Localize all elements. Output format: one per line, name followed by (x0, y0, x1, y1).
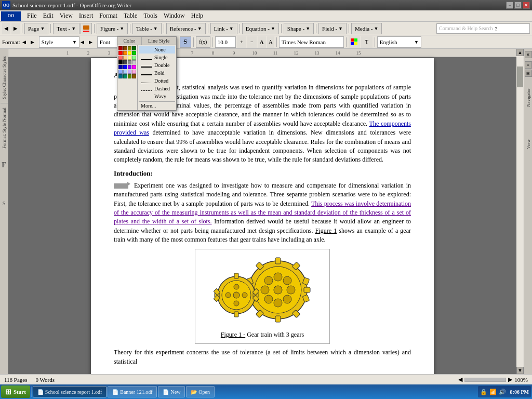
color-cell[interactable] (128, 70, 132, 74)
help-search[interactable]: Command & Help Search ? (436, 23, 530, 34)
line-bold-item[interactable]: Bold (139, 69, 175, 77)
color-cell[interactable] (123, 65, 127, 69)
sidebar-icon-1[interactable]: ≡ (525, 61, 532, 69)
color-cell[interactable] (118, 74, 123, 78)
color-cell[interactable] (118, 56, 123, 60)
font-forward[interactable]: ▶ (89, 36, 96, 48)
color-cell[interactable] (123, 46, 127, 50)
menu-view[interactable]: View (57, 11, 76, 21)
color-grid-icon[interactable] (349, 36, 360, 48)
scroll-down-button[interactable]: ▼ (516, 367, 524, 374)
vertical-scrollbar[interactable]: ▲ ▼ (516, 49, 524, 374)
language-dropdown[interactable]: English▼ (377, 36, 421, 48)
insert-field-btn[interactable]: Field -▼ (318, 23, 347, 34)
color-cell[interactable] (132, 70, 136, 74)
app-menu-logo[interactable]: OO (1, 11, 21, 21)
style-dropdown[interactable]: Style▼ (39, 36, 79, 48)
scroll-up-button[interactable]: ▲ (516, 49, 524, 56)
navigator-label[interactable]: Navigator (526, 88, 531, 107)
color-cell[interactable] (132, 46, 136, 50)
zoom-in-button[interactable]: ▶ (508, 376, 512, 383)
color-cell[interactable] (123, 60, 127, 64)
color-cell[interactable] (123, 70, 127, 74)
size-increase-button[interactable]: + (237, 36, 246, 48)
color-cell[interactable] (118, 70, 123, 74)
menu-format[interactable]: Format (96, 11, 121, 21)
taskbar-open[interactable]: 📂 Open (186, 386, 215, 397)
menu-window[interactable]: Window (161, 11, 188, 21)
sidebar-f-icon[interactable]: F (2, 161, 6, 169)
style-forward[interactable]: ▶ (31, 36, 38, 48)
line-more-item[interactable]: More... (139, 101, 175, 110)
color-cell[interactable] (118, 51, 123, 55)
font-size-a-small[interactable]: A (267, 36, 274, 48)
insert-reference-btn[interactable]: Reference -▼ (166, 23, 206, 34)
close-button[interactable]: ✕ (523, 2, 530, 9)
insert-link-btn[interactable]: Link -▼ (210, 23, 237, 34)
strikethrough-button[interactable]: S (180, 36, 191, 48)
color-cell[interactable] (132, 65, 136, 69)
maximize-button[interactable]: □ (514, 2, 522, 9)
size-decrease-button[interactable]: − (247, 36, 257, 48)
minimize-button[interactable]: − (506, 2, 513, 9)
menu-tools[interactable]: Tools (140, 11, 161, 21)
color-cell[interactable] (118, 60, 123, 64)
sidebar-close-icon[interactable]: ✕ (525, 51, 532, 58)
color-cell[interactable] (118, 46, 123, 50)
color-cell[interactable] (128, 74, 132, 78)
start-button[interactable]: ⊞ Start (1, 385, 30, 398)
color-cell[interactable] (128, 56, 132, 60)
forward-button[interactable]: ▶ (11, 23, 20, 34)
font-back[interactable]: ◀ (81, 36, 88, 48)
line-dotted-item[interactable]: Dotted (139, 77, 175, 85)
line-none-item[interactable]: None (139, 46, 175, 54)
color-cell[interactable] (123, 56, 127, 60)
menu-edit[interactable]: Edit (40, 11, 57, 21)
figure1-ref[interactable]: Figure 1 (315, 227, 337, 234)
color-cell[interactable] (128, 60, 132, 64)
color-cell[interactable] (132, 74, 136, 78)
insert-page-btn[interactable]: Page▼ (24, 23, 48, 34)
insert-media-btn[interactable]: Media -▼ (351, 23, 382, 34)
line-double-item[interactable]: Double (139, 61, 175, 69)
menu-insert[interactable]: Insert (76, 11, 96, 21)
zoom-out-button[interactable]: ◀ (458, 376, 462, 383)
menu-help[interactable]: Help (188, 11, 206, 21)
menu-file[interactable]: File (24, 11, 40, 21)
scroll-thumb[interactable] (517, 66, 523, 87)
style-back[interactable]: ◀ (22, 36, 30, 48)
color-cell[interactable] (128, 51, 132, 55)
zoom-slider[interactable] (464, 378, 506, 382)
text-color-icon[interactable] (81, 23, 92, 34)
format-style-label[interactable]: Format: Style Normal (2, 105, 7, 151)
insert-text-btn[interactable]: Text -▼ (53, 23, 79, 34)
sidebar-s-icon[interactable]: S (3, 201, 6, 206)
color-cell[interactable] (123, 74, 127, 78)
font-size-input[interactable]: 10.0 (215, 36, 236, 48)
back-button[interactable]: ◀ (2, 23, 10, 34)
color-cell[interactable] (118, 65, 123, 69)
insert-figure-btn[interactable]: Figure -▼ (97, 23, 128, 34)
color-cell[interactable] (132, 56, 136, 60)
insert-shape-btn[interactable]: Shape -▼ (284, 23, 314, 34)
font-size-a-big[interactable]: A (258, 36, 266, 48)
menu-table[interactable]: Table (121, 11, 140, 21)
insert-equation-btn[interactable]: Equation -▼ (242, 23, 279, 34)
scroll-track[interactable] (516, 56, 524, 367)
color-cell[interactable] (128, 65, 132, 69)
sidebar-icon-2[interactable]: ⊞ (525, 70, 532, 77)
character-styles-label[interactable]: Style: Character Styles (2, 54, 7, 101)
font-name-display[interactable]: Times New Roman (279, 36, 344, 48)
line-wavy-item[interactable]: Wavy (139, 92, 175, 100)
formula-button[interactable]: f(x) (196, 36, 210, 48)
color-cell[interactable] (132, 60, 136, 64)
taskbar-doc2[interactable]: 📄 Banner 121.odf (108, 386, 157, 397)
line-dashed-item[interactable]: Dashed (139, 85, 175, 92)
color-cell[interactable] (123, 51, 127, 55)
line-style-dropdown[interactable]: Color Line Style (117, 36, 177, 111)
document-area[interactable]: 1 2 3 4 5 6 7 8 9 10 11 12 13 14 15 Abst… (8, 49, 516, 374)
taskbar-new[interactable]: 📄 New (158, 386, 185, 397)
insert-table-btn[interactable]: Table -▼ (132, 23, 162, 34)
view-label[interactable]: View (526, 139, 531, 149)
text-effect-icon[interactable]: T (361, 36, 373, 48)
